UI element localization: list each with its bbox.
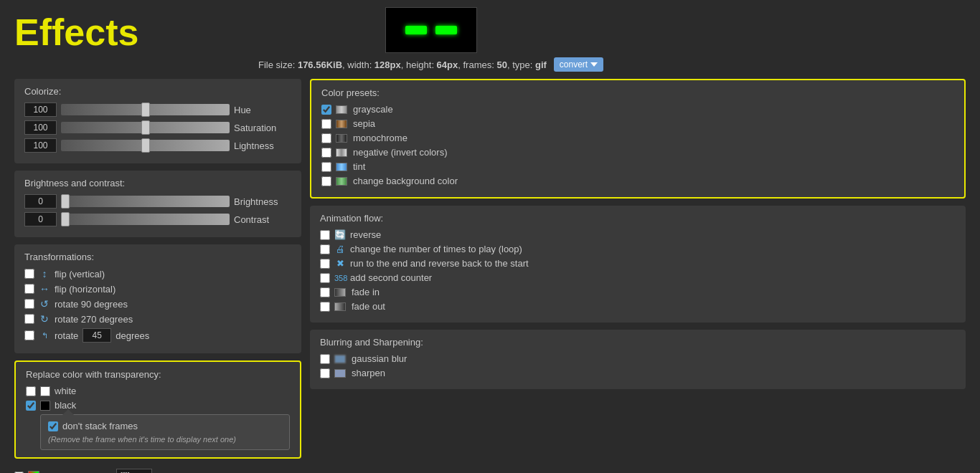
runreverse-label: run to the end and reverse back to the s… <box>350 258 529 269</box>
gif-info: File size: 176.56KiB, width: 128px, heig… <box>258 7 603 72</box>
tint-label: tint <box>353 161 365 172</box>
convert-arrow-icon <box>590 62 598 67</box>
custom-hex-input[interactable] <box>116 469 152 473</box>
loop-checkbox[interactable] <box>320 244 330 254</box>
hue-label: Hue <box>234 105 291 115</box>
lightness-label: Lightness <box>234 140 291 151</box>
brightness-input[interactable] <box>24 194 57 209</box>
file-info-text: File size: 176.56KiB, width: 128px, heig… <box>258 59 547 70</box>
replace-color-section: Replace color with transparency: white b… <box>14 360 301 459</box>
sepia-checkbox[interactable] <box>321 119 331 129</box>
page-title: Effects <box>14 7 158 54</box>
reverse-icon: 🔄 <box>334 229 346 240</box>
dont-stack-row: don't stack frames <box>48 421 282 431</box>
flip-h-icon: ↔ <box>39 283 50 295</box>
rotate-custom-row: ↰ rotate degrees <box>24 328 291 343</box>
brightness-title: Brightness and contrast: <box>24 178 291 188</box>
loop-row: 🖨 change the number of times to play (lo… <box>320 244 956 254</box>
brightness-slider[interactable] <box>61 196 230 207</box>
counter-row: 358 add second counter <box>320 272 956 283</box>
convert-label: convert <box>560 59 588 70</box>
saturation-thumb[interactable] <box>141 120 150 135</box>
negative-checkbox[interactable] <box>321 148 331 158</box>
dont-stack-checkbox[interactable] <box>48 421 58 431</box>
file-width: 128px <box>374 59 401 70</box>
rotate90-icon: ↺ <box>39 298 50 310</box>
fadeout-label: fade out <box>352 301 385 312</box>
loop-icon: 🖨 <box>334 244 346 254</box>
sepia-icon <box>336 120 347 128</box>
file-size: 176.56KiB <box>298 59 342 70</box>
changebg-icon <box>336 177 347 186</box>
fadein-checkbox[interactable] <box>320 287 330 297</box>
black-swatch <box>40 401 50 411</box>
lightness-slider[interactable] <box>61 140 230 151</box>
fadein-label: fade in <box>352 287 380 297</box>
monochrome-label: monochrome <box>353 133 407 143</box>
flip-h-checkbox[interactable] <box>24 284 34 294</box>
convert-button[interactable]: convert <box>554 57 603 72</box>
flip-v-checkbox[interactable] <box>24 269 34 279</box>
tint-icon <box>336 163 347 171</box>
color-presets-section: Color presets: grayscale sepia monochrom… <box>310 79 966 199</box>
saturation-slider[interactable] <box>61 122 230 133</box>
fadein-row: fade in <box>320 287 956 297</box>
counter-checkbox[interactable] <box>320 273 330 283</box>
fadeout-row: fade out <box>320 301 956 312</box>
sharpen-row: sharpen <box>320 368 956 378</box>
gaussblur-checkbox[interactable] <box>320 354 330 364</box>
reverse-checkbox[interactable] <box>320 230 330 240</box>
saturation-label: Saturation <box>234 123 291 133</box>
gif-bar-2 <box>435 26 457 34</box>
blur-sharp-title: Blurring and Sharpening: <box>320 337 956 348</box>
dont-stack-label: don't stack frames <box>62 421 138 431</box>
rotate90-row: ↺ rotate 90 degrees <box>24 298 291 310</box>
file-height: 64px <box>437 59 458 70</box>
sharpen-checkbox[interactable] <box>320 368 330 378</box>
rotate270-checkbox[interactable] <box>24 314 34 324</box>
gaussblur-icon <box>334 355 346 363</box>
animation-flow-title: Animation flow: <box>320 213 956 224</box>
colorize-section: Colorize: Hue Saturation <box>14 79 301 163</box>
colorize-title: Colorize: <box>24 86 291 97</box>
runreverse-icon: ✖ <box>334 258 346 269</box>
dont-stack-popup: don't stack frames (Remove the frame whe… <box>40 414 290 450</box>
file-type: gif <box>535 59 547 70</box>
monochrome-icon <box>336 134 347 143</box>
saturation-input[interactable] <box>24 120 57 135</box>
lightness-thumb[interactable] <box>141 138 150 153</box>
black-checkbox[interactable] <box>26 401 36 411</box>
white-checkbox[interactable] <box>26 386 36 396</box>
fadeout-checkbox[interactable] <box>320 302 330 312</box>
sharpen-icon <box>334 369 346 378</box>
monochrome-row: monochrome <box>321 133 954 143</box>
runreverse-checkbox[interactable] <box>320 259 330 269</box>
contrast-thumb[interactable] <box>61 212 70 226</box>
monochrome-checkbox[interactable] <box>321 133 331 143</box>
grayscale-checkbox[interactable] <box>321 105 331 115</box>
tint-checkbox[interactable] <box>321 162 331 172</box>
rotate-custom-prefix: rotate <box>55 330 78 341</box>
contrast-slider[interactable] <box>61 214 230 225</box>
flip-v-icon: ↕ <box>39 268 50 280</box>
changebg-checkbox[interactable] <box>321 176 331 186</box>
rotate-custom-checkbox[interactable] <box>24 330 34 340</box>
lightness-input[interactable] <box>24 138 57 153</box>
rotate90-label: rotate 90 degrees <box>55 299 128 310</box>
brightness-thumb[interactable] <box>61 194 70 209</box>
blur-sharp-section: Blurring and Sharpening: gaussian blur s… <box>310 330 966 389</box>
grayscale-icon <box>336 105 347 114</box>
contrast-input[interactable] <box>24 212 57 226</box>
hue-thumb[interactable] <box>141 102 150 117</box>
rotate-custom-input[interactable] <box>83 328 111 343</box>
hue-input[interactable] <box>24 102 57 117</box>
rotate90-checkbox[interactable] <box>24 299 34 309</box>
sepia-label: sepia <box>353 118 375 129</box>
negative-row: negative (invert colors) <box>321 147 954 158</box>
loop-label: change the number of times to play (loop… <box>350 244 522 254</box>
hue-slider[interactable] <box>61 104 230 115</box>
flip-h-row: ↔ flip (horizontal) <box>24 283 291 295</box>
dont-stack-note: (Remove the frame when it's time to disp… <box>48 435 282 444</box>
brightness-label: Brightness <box>234 196 291 207</box>
gaussblur-row: gaussian blur <box>320 353 956 364</box>
